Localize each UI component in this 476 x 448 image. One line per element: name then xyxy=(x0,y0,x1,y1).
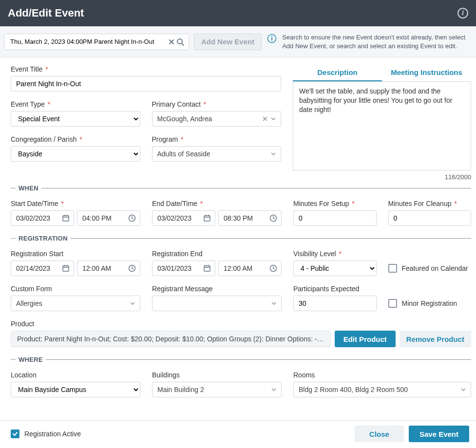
start-date-input[interactable]: 03/02/2023 xyxy=(11,210,74,226)
dialog-header: Add/Edit Event i xyxy=(0,0,476,26)
location-select[interactable]: Main Bayside Campus xyxy=(11,382,140,397)
info-icon xyxy=(267,33,277,44)
congregation-label: Congregation / Parish * xyxy=(11,135,140,143)
setup-minutes-input[interactable] xyxy=(293,210,377,226)
primary-contact-label: Primary Contact * xyxy=(152,100,282,108)
chevron-down-icon[interactable] xyxy=(271,388,276,391)
participants-input[interactable] xyxy=(293,296,377,311)
reg-start-label: Registration Start xyxy=(11,250,140,258)
dialog-footer: Registration Active Close Save Event xyxy=(0,420,476,448)
event-title-input[interactable] xyxy=(11,76,281,92)
start-datetime-label: Start Date/Time * xyxy=(11,200,140,207)
search-icon[interactable] xyxy=(176,37,185,46)
clock-icon xyxy=(269,214,277,222)
event-title-label: Event Title * xyxy=(11,65,281,73)
cleanup-minutes-input[interactable] xyxy=(388,210,472,226)
clock-icon xyxy=(128,214,136,222)
reg-start-date-input[interactable]: 02/14/2023 xyxy=(11,261,74,276)
dialog-title: Add/Edit Event xyxy=(8,7,84,19)
visibility-select[interactable]: 4 - Public xyxy=(293,261,377,276)
svg-rect-10 xyxy=(204,266,210,271)
search-hint-text: Search to ensure the new Event doesn't e… xyxy=(282,33,470,50)
svg-rect-3 xyxy=(271,38,272,41)
chevron-down-icon[interactable] xyxy=(271,117,276,120)
section-registration: REGISTRATION xyxy=(11,235,471,242)
add-new-event-button[interactable]: Add New Event xyxy=(194,34,262,50)
svg-rect-6 xyxy=(204,216,210,221)
calendar-icon xyxy=(62,264,70,272)
visibility-label: Visibility Level * xyxy=(293,250,377,258)
edit-product-button[interactable]: Edit Product xyxy=(335,331,396,347)
rooms-combo[interactable]: Bldg 2 Room 400, Bldg 2 Room 500 xyxy=(293,382,471,397)
event-search-field[interactable] xyxy=(4,34,189,50)
reg-end-label: Registration End xyxy=(152,250,282,258)
program-combo[interactable]: Adults of Seaside xyxy=(152,146,282,162)
tab-description[interactable]: Description xyxy=(293,65,382,81)
reg-end-time-input[interactable]: 12:00 AM xyxy=(218,261,282,276)
description-char-count: 116/2000 xyxy=(293,173,471,181)
close-button[interactable]: Close xyxy=(355,426,404,442)
event-type-label: Event Type * xyxy=(11,100,140,108)
product-summary: Product: Parent Night In-n-Out; Cost: $2… xyxy=(11,331,331,347)
minor-registration-checkbox[interactable] xyxy=(388,299,397,308)
featured-label: Featured on Calendar xyxy=(402,264,468,272)
calendar-icon xyxy=(203,264,211,272)
calendar-icon xyxy=(62,214,70,222)
clear-contact-icon[interactable] xyxy=(262,116,268,122)
tab-meeting-instructions[interactable]: Meeting Instructions xyxy=(382,65,471,81)
description-tabs: Description Meeting Instructions xyxy=(293,65,471,82)
section-when: WHEN xyxy=(11,185,471,192)
section-where: WHERE xyxy=(11,356,471,363)
clock-icon xyxy=(128,264,136,272)
form-body: Event Title * Event Type * Special Event… xyxy=(0,57,476,420)
search-hint: Search to ensure the new Event doesn't e… xyxy=(267,33,470,50)
featured-checkbox[interactable] xyxy=(388,264,397,273)
buildings-combo[interactable]: Main Building 2 xyxy=(152,382,282,397)
svg-rect-4 xyxy=(63,216,69,221)
chevron-down-icon[interactable] xyxy=(130,302,135,305)
end-datetime-label: End Date/Time * xyxy=(152,200,282,207)
custom-form-combo[interactable]: Allergies xyxy=(11,296,140,311)
rooms-label: Rooms xyxy=(293,371,471,379)
svg-rect-8 xyxy=(63,266,69,271)
registration-active-checkbox[interactable] xyxy=(11,429,19,438)
save-event-button[interactable]: Save Event xyxy=(409,426,469,442)
registrant-msg-label: Registrant Message xyxy=(152,285,282,293)
program-label: Program * xyxy=(152,135,282,143)
reg-start-time-input[interactable]: 12:00 AM xyxy=(77,261,140,276)
setup-minutes-label: Minutes For Setup * xyxy=(293,200,377,207)
custom-form-label: Custom Form xyxy=(11,285,140,293)
start-time-input[interactable]: 04:00 PM xyxy=(77,210,140,226)
cleanup-minutes-label: Minutes For Cleanup * xyxy=(388,200,472,207)
description-textarea[interactable] xyxy=(293,82,471,170)
end-time-input[interactable]: 08:30 PM xyxy=(218,210,282,226)
search-bar: Add New Event Search to ensure the new E… xyxy=(0,26,476,57)
chevron-down-icon[interactable] xyxy=(461,388,466,391)
congregation-select[interactable]: Bayside xyxy=(11,146,140,162)
clear-search-icon[interactable] xyxy=(167,37,176,46)
help-info-icon[interactable]: i xyxy=(457,8,468,19)
remove-product-button[interactable]: Remove Product xyxy=(400,331,471,347)
end-date-input[interactable]: 03/02/2023 xyxy=(152,210,215,226)
calendar-icon xyxy=(203,214,211,222)
registrant-msg-combo[interactable] xyxy=(152,296,282,311)
buildings-label: Buildings xyxy=(152,371,282,379)
svg-point-2 xyxy=(271,36,272,37)
product-label: Product xyxy=(11,320,471,328)
chevron-down-icon[interactable] xyxy=(271,152,276,155)
clock-icon xyxy=(269,264,277,272)
reg-end-date-input[interactable]: 03/01/2023 xyxy=(152,261,215,276)
primary-contact-combo[interactable]: McGough, Andrea xyxy=(152,111,282,127)
location-label: Location xyxy=(11,371,140,379)
event-type-select[interactable]: Special Event xyxy=(11,111,140,127)
minor-registration-label: Minor Registration xyxy=(402,299,457,307)
chevron-down-icon[interactable] xyxy=(271,302,276,305)
participants-label: Participants Expected xyxy=(293,285,377,293)
registration-active-label: Registration Active xyxy=(24,430,81,438)
event-search-input[interactable] xyxy=(8,38,167,45)
